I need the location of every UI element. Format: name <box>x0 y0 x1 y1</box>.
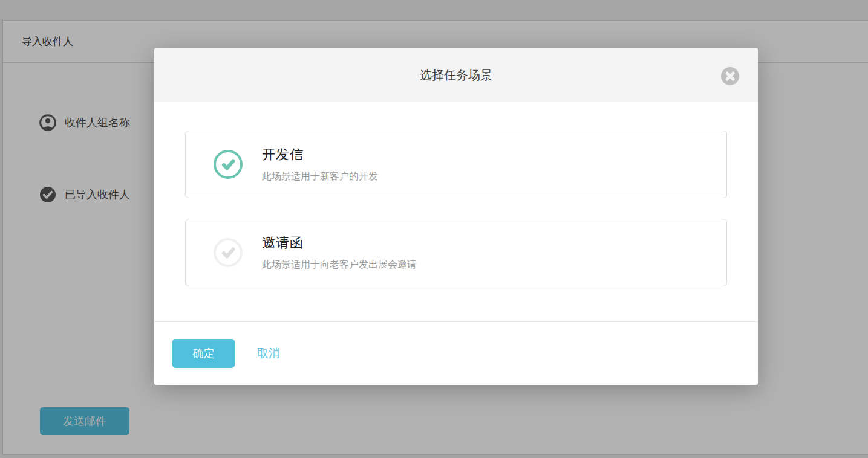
close-button[interactable] <box>721 67 739 85</box>
page: 导入收件人 收件人组名称 已导入收件人 发送邮件 <box>0 0 868 458</box>
cancel-link[interactable]: 取消 <box>257 346 280 361</box>
close-icon <box>721 78 739 87</box>
option-title: 邀请函 <box>262 234 417 252</box>
selected-check-icon <box>214 150 243 179</box>
confirm-button[interactable]: 确定 <box>172 339 235 368</box>
option-text: 邀请函 此场景适用于向老客户发出展会邀请 <box>262 234 417 271</box>
select-task-scenario-dialog: 选择任务场景 开发信 此场景适用于新客 <box>154 48 758 385</box>
option-description: 此场景适用于新客户的开发 <box>262 170 378 183</box>
option-title: 开发信 <box>262 146 378 164</box>
unselected-check-icon <box>214 238 243 267</box>
option-card-invitation-letter[interactable]: 邀请函 此场景适用于向老客户发出展会邀请 <box>185 219 727 286</box>
option-description: 此场景适用于向老客户发出展会邀请 <box>262 259 417 271</box>
dialog-body: 开发信 此场景适用于新客户的开发 邀请函 此场景适用于向老客户发出展会邀请 <box>154 102 758 286</box>
dialog-footer: 确定 取消 <box>154 321 758 385</box>
dialog-title: 选择任务场景 <box>420 67 492 83</box>
option-card-development-letter[interactable]: 开发信 此场景适用于新客户的开发 <box>185 131 727 198</box>
option-text: 开发信 此场景适用于新客户的开发 <box>262 146 378 183</box>
dialog-header: 选择任务场景 <box>154 48 758 102</box>
